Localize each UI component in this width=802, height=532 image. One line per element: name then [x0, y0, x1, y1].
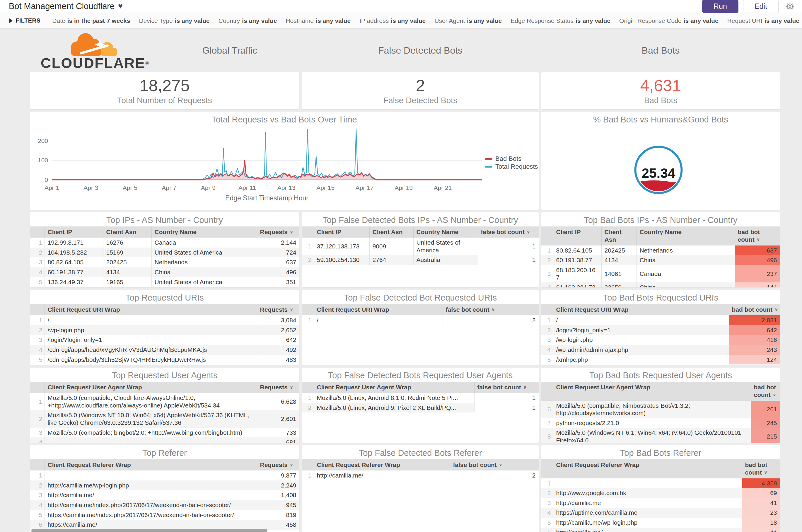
table-cell: Mozilla/5.0 (compatible; CloudFlare-Alwa… [44, 393, 257, 410]
column-header[interactable]: Client Request URI Wrap [44, 304, 257, 315]
column-header[interactable]: Client IP [44, 226, 103, 238]
sortable-value-column-header[interactable]: Requests∨ [257, 459, 299, 471]
row-number: 4 [541, 508, 553, 518]
data-table: Client Request Referer Wrapbad bot count… [541, 459, 780, 532]
value-cell: 9,877 [257, 471, 299, 480]
filter-item-request-uri[interactable]: Request URIis any value [727, 17, 799, 24]
filter-item-device-type[interactable]: Device Typeis any value [139, 17, 209, 24]
column-header[interactable]: Client Asn [369, 226, 413, 238]
table-cell: United States of America [413, 238, 478, 255]
sortable-value-column-header[interactable]: bad bot count∨ [734, 226, 780, 246]
column-header[interactable]: Country Name [636, 226, 734, 246]
column-header[interactable]: Country Name [413, 226, 478, 238]
column-header[interactable]: Client IP [553, 226, 602, 246]
sortable-value-column-header[interactable]: false bot count∨ [478, 226, 539, 238]
sortable-value-column-header[interactable]: Requests∨ [257, 382, 299, 393]
sortable-value-column-header[interactable]: false bot count∨ [450, 459, 539, 471]
table-row: 1192.99.8.17116276Canada2,144 [30, 238, 299, 248]
table-title: Top Requested User Agents [30, 368, 299, 381]
filter-item-country[interactable]: Countryis any value [218, 17, 277, 24]
table-row: 1/2,031 [541, 315, 780, 325]
edit-button[interactable]: Edit [743, 0, 779, 13]
column-header[interactable]: Client Request User Agent Wrap [44, 382, 257, 393]
x-tick-label: Apr 13 [278, 184, 295, 191]
value-cell: 458 [257, 520, 299, 530]
sortable-value-column-header[interactable]: false bot count∨ [474, 382, 539, 393]
row-number-header [541, 459, 553, 478]
column-header[interactable]: Client Asn [602, 226, 636, 246]
legend-label[interactable]: Total Requests [495, 163, 538, 170]
table-cell: / [553, 315, 729, 325]
value-cell: 1 [478, 238, 539, 255]
column-header[interactable]: Client IP [314, 226, 369, 238]
table-row: 460.191.38.774134China496 [30, 267, 299, 277]
value-cell: 144 [734, 282, 780, 287]
filter-item-user-agent[interactable]: User Agentis any value [434, 17, 502, 24]
column-header[interactable]: Client Request URI Wrap [553, 304, 729, 315]
column-header[interactable]: Client Request Referer Wrap [314, 459, 450, 471]
table-header-row: Client IPClient AsnCountry Namefalse bot… [302, 226, 539, 238]
sort-chevron-icon: ∨ [492, 307, 495, 312]
data-table: Client IPClient AsnCountry NameRequests∨… [30, 226, 299, 287]
value-cell: 1,408 [257, 490, 299, 500]
filter-item-origin-response-code[interactable]: Origin Response Codeis any value [619, 17, 719, 24]
run-button[interactable]: Run [702, 0, 739, 13]
column-header[interactable]: Client Request Referer Wrap [44, 459, 257, 471]
sortable-value-column-header[interactable]: Requests∨ [257, 226, 299, 238]
data-table: Client Request URI WrapRequests∨1/3,0842… [30, 304, 299, 364]
table-cell: http://www.google.com.hk [553, 488, 742, 498]
gear-icon[interactable] [785, 1, 795, 12]
column-header[interactable]: Client Request User Agent Wrap [314, 382, 474, 393]
sort-chevron-icon: ∨ [757, 237, 760, 242]
sortable-value-column-header[interactable]: bad bot count∨ [742, 459, 780, 478]
column-header[interactable]: Client Request URI Wrap [314, 304, 443, 315]
column-header[interactable]: Country Name [151, 226, 257, 238]
table-top-ips-body: Client IPClient AsnCountry NameRequests∨… [30, 226, 299, 287]
kpi-false-detected-bots: 2 False Detected Bots [302, 72, 539, 109]
table-row: 3http://camilia.me/1,408 [30, 490, 299, 500]
filter-item-date[interactable]: Dateis in the past 7 weeks [52, 17, 130, 24]
horizontal-scrollbar[interactable] [31, 529, 267, 532]
table-cell: 16276 [103, 238, 151, 248]
sortable-value-column-header[interactable]: false bot count∨ [443, 304, 539, 315]
filter-items: Dateis in the past 7 weeksDevice Typeis … [52, 17, 802, 24]
table-cell: https://uptime.com/camilia.me [553, 508, 742, 518]
table-cell: 60.191.38.77 [553, 255, 602, 265]
table-cell: China [636, 255, 734, 265]
table-cell: /cdn-cgi/apps/body/3Lh52SjWTQ4HRlErJykHq… [44, 355, 257, 365]
sortable-value-column-header[interactable]: bad bot count∨ [751, 382, 780, 401]
filters-toggle[interactable]: FILTERS [9, 17, 40, 24]
column-header[interactable]: Client Request User Agent Wrap [553, 382, 751, 401]
table-bad-uris: Top Bad Bots Requested URIs Client Reque… [541, 290, 780, 365]
table-cell: https://camilia.me/index.php/2017/06/17/… [44, 510, 257, 520]
filter-item-hostname[interactable]: Hostnameis any value [286, 17, 350, 24]
column-header[interactable]: Client Request Referer Wrap [553, 459, 742, 478]
table-cell: http://camilia.me/index.php/2017/06/17/w… [44, 500, 257, 510]
filter-item-ip-address[interactable]: IP addressis any value [359, 17, 426, 24]
kpi-total-requests-value: 18,275 [139, 76, 190, 95]
table-row: 259.100.254.1302764Australia1 [302, 255, 539, 265]
y-tick-label: 200 [38, 137, 48, 144]
sortable-value-column-header[interactable]: Requests∨ [257, 304, 299, 315]
sortable-value-column-header[interactable]: bad bot count∨ [729, 304, 780, 315]
column-header[interactable]: Client Asn [103, 226, 151, 238]
row-number: 2 [302, 255, 314, 265]
legend-label[interactable]: Bad Bots [495, 155, 521, 162]
top-bar: Bot Management Cloudflare ♥ Run Edit [0, 0, 802, 13]
row-number: 5 [30, 355, 44, 365]
filter-item-edge-response-status[interactable]: Edge Response Statusis any value [511, 17, 610, 24]
table-cell: China [636, 282, 734, 287]
table-cell: 15169 [103, 248, 151, 258]
table-cell: Australia [413, 255, 478, 265]
value-cell: 23 [742, 508, 780, 518]
table-top-user-agents-body: Client Request User Agent WrapRequests∨1… [30, 382, 299, 443]
table-cell [553, 478, 742, 488]
table-row: 4http://camilia.me/index.php/2017/06/17/… [30, 500, 299, 510]
row-number-header [302, 226, 314, 238]
table-row: 5http://camilia.me/wp-login.php18 [541, 518, 780, 528]
table-cell: 202425 [602, 246, 636, 255]
table-title: Top IPs - AS Number - Country [30, 212, 299, 226]
page-title-text: Bot Management Cloudflare [9, 1, 115, 11]
table-title: Top Requested URIs [30, 290, 299, 304]
table-cell [44, 437, 257, 443]
